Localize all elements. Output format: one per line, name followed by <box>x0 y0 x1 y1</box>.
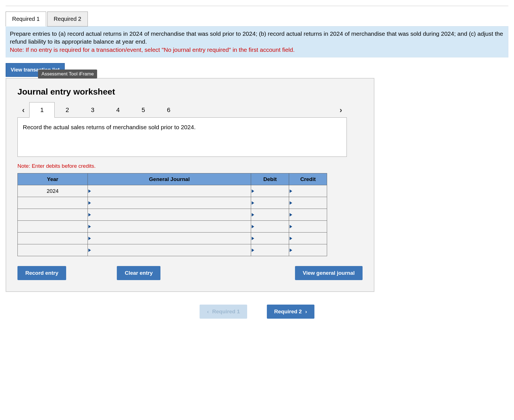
step-tab-1[interactable]: 1 <box>29 102 55 118</box>
col-header-general-journal: General Journal <box>88 173 251 185</box>
col-header-year: Year <box>18 173 88 185</box>
worksheet-title: Journal entry worksheet <box>17 87 363 97</box>
chevron-right-icon: › <box>305 309 307 315</box>
dropdown-arrow-icon <box>252 237 254 240</box>
credit-cell[interactable] <box>289 209 327 221</box>
table-row <box>18 221 327 233</box>
table-row <box>18 244 327 256</box>
clear-entry-button[interactable]: Clear entry <box>117 266 160 280</box>
year-cell[interactable] <box>18 244 88 256</box>
chevron-right-icon[interactable]: › <box>335 104 347 116</box>
debit-cell[interactable] <box>251 197 289 209</box>
chevron-left-icon: ‹ <box>207 309 209 315</box>
account-cell[interactable] <box>88 221 251 233</box>
dropdown-arrow-icon <box>290 249 292 252</box>
next-required-button[interactable]: Required 2 › <box>267 305 314 319</box>
tab-required-1[interactable]: Required 1 <box>6 12 46 26</box>
instructions-panel: Prepare entries to (a) record actual ret… <box>6 26 508 57</box>
debit-cell[interactable] <box>251 185 289 197</box>
step-tab-3[interactable]: 3 <box>80 102 105 118</box>
account-cell[interactable] <box>88 209 251 221</box>
dropdown-arrow-icon <box>88 201 91 205</box>
col-header-credit: Credit <box>289 173 327 185</box>
step-tab-6[interactable]: 6 <box>156 102 181 118</box>
debits-before-credits-note: Note: Enter debits before credits. <box>17 163 363 169</box>
chevron-left-icon[interactable]: ‹ <box>17 104 29 116</box>
prev-required-button: ‹ Required 1 <box>200 305 247 319</box>
year-cell[interactable]: 2024 <box>18 185 88 197</box>
dropdown-arrow-icon <box>88 237 91 240</box>
dropdown-arrow-icon <box>290 237 292 240</box>
table-row <box>18 209 327 221</box>
debit-cell[interactable] <box>251 244 289 256</box>
journal-table: Year General Journal Debit Credit 2024 <box>17 173 327 256</box>
credit-cell[interactable] <box>289 185 327 197</box>
dropdown-arrow-icon <box>252 249 254 252</box>
view-general-journal-button[interactable]: View general journal <box>295 266 363 280</box>
tooltip-assessment-iframe: Assessment Tool iFrame <box>38 70 97 79</box>
credit-cell[interactable] <box>289 197 327 209</box>
account-cell[interactable] <box>88 197 251 209</box>
year-cell[interactable] <box>18 233 88 244</box>
account-cell[interactable] <box>88 233 251 244</box>
debit-cell[interactable] <box>251 233 289 244</box>
prev-label: Required 1 <box>212 309 240 315</box>
dropdown-arrow-icon <box>290 225 292 228</box>
credit-cell[interactable] <box>289 233 327 244</box>
credit-cell[interactable] <box>289 221 327 233</box>
step-tab-4[interactable]: 4 <box>105 102 131 118</box>
account-cell[interactable] <box>88 185 251 197</box>
dropdown-arrow-icon <box>290 213 292 216</box>
table-row <box>18 233 327 244</box>
entry-prompt: Record the actual sales returns of merch… <box>17 117 347 157</box>
record-entry-button[interactable]: Record entry <box>17 266 66 280</box>
credit-cell[interactable] <box>289 244 327 256</box>
table-row: 2024 <box>18 185 327 197</box>
dropdown-arrow-icon <box>290 189 292 193</box>
dropdown-arrow-icon <box>252 213 254 216</box>
outer-tabs: Required 1 Required 2 <box>6 11 508 26</box>
dropdown-arrow-icon <box>252 189 254 193</box>
year-cell[interactable] <box>18 197 88 209</box>
instructions-body: Prepare entries to (a) record actual ret… <box>10 30 503 45</box>
year-cell[interactable] <box>18 221 88 233</box>
dropdown-arrow-icon <box>290 201 292 205</box>
dropdown-arrow-icon <box>252 201 254 205</box>
next-label: Required 2 <box>274 309 302 315</box>
debit-cell[interactable] <box>251 209 289 221</box>
table-row <box>18 197 327 209</box>
dropdown-arrow-icon <box>88 213 91 216</box>
step-tabs: ‹ 1 2 3 4 5 6 › <box>17 102 347 118</box>
dropdown-arrow-icon <box>88 225 91 228</box>
step-tab-2[interactable]: 2 <box>55 102 80 118</box>
dropdown-arrow-icon <box>88 189 91 193</box>
dropdown-arrow-icon <box>88 249 91 252</box>
year-cell[interactable] <box>18 209 88 221</box>
dropdown-arrow-icon <box>252 225 254 228</box>
journal-worksheet: Journal entry worksheet ‹ 1 2 3 4 5 6 › … <box>6 78 374 292</box>
account-cell[interactable] <box>88 244 251 256</box>
step-tab-5[interactable]: 5 <box>131 102 156 118</box>
tab-required-2[interactable]: Required 2 <box>47 12 88 26</box>
debit-cell[interactable] <box>251 221 289 233</box>
col-header-debit: Debit <box>251 173 289 185</box>
instructions-note: Note: If no entry is required for a tran… <box>10 46 295 53</box>
